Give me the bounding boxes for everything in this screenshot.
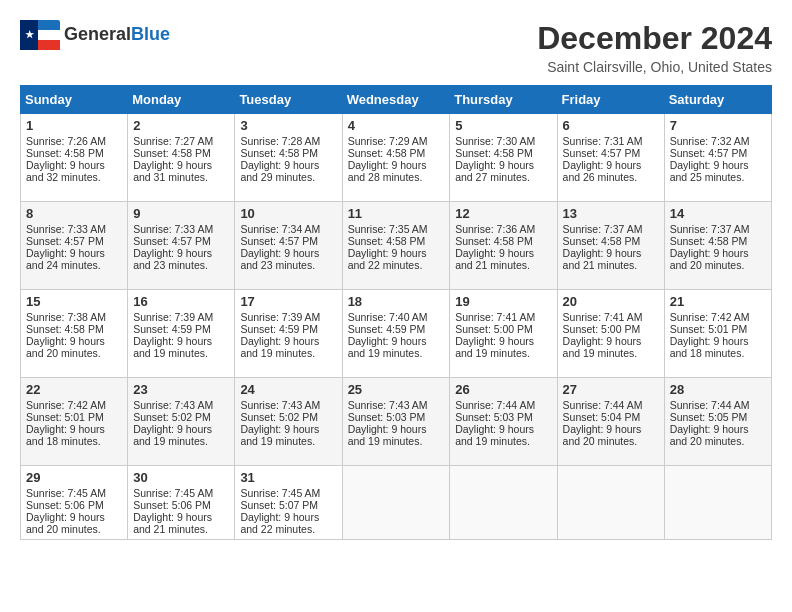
calendar-cell: 19Sunrise: 7:41 AMSunset: 5:00 PMDayligh… (450, 290, 557, 378)
sunset-text: Sunset: 5:03 PM (455, 411, 533, 423)
sunrise-text: Sunrise: 7:43 AM (133, 399, 213, 411)
day-number: 11 (348, 206, 445, 221)
sunset-text: Sunset: 5:06 PM (26, 499, 104, 511)
calendar-week-2: 8Sunrise: 7:33 AMSunset: 4:57 PMDaylight… (21, 202, 772, 290)
calendar-cell: 14Sunrise: 7:37 AMSunset: 4:58 PMDayligh… (664, 202, 771, 290)
sunrise-text: Sunrise: 7:34 AM (240, 223, 320, 235)
sunrise-text: Sunrise: 7:36 AM (455, 223, 535, 235)
sunset-text: Sunset: 5:02 PM (240, 411, 318, 423)
weekday-header-thursday: Thursday (450, 86, 557, 114)
calendar-body: 1Sunrise: 7:26 AMSunset: 4:58 PMDaylight… (21, 114, 772, 540)
sunset-text: Sunset: 4:58 PM (26, 323, 104, 335)
calendar-week-5: 29Sunrise: 7:45 AMSunset: 5:06 PMDayligh… (21, 466, 772, 540)
weekday-header-wednesday: Wednesday (342, 86, 450, 114)
logo-icon: ★ (20, 20, 60, 50)
calendar-cell: 3Sunrise: 7:28 AMSunset: 4:58 PMDaylight… (235, 114, 342, 202)
calendar-week-1: 1Sunrise: 7:26 AMSunset: 4:58 PMDaylight… (21, 114, 772, 202)
sunset-text: Sunset: 5:01 PM (670, 323, 748, 335)
sunset-text: Sunset: 4:58 PM (563, 235, 641, 247)
calendar-cell: 4Sunrise: 7:29 AMSunset: 4:58 PMDaylight… (342, 114, 450, 202)
daylight-text: Daylight: 9 hours and 22 minutes. (240, 511, 319, 535)
calendar-cell: 6Sunrise: 7:31 AMSunset: 4:57 PMDaylight… (557, 114, 664, 202)
day-number: 8 (26, 206, 122, 221)
day-number: 15 (26, 294, 122, 309)
sunset-text: Sunset: 5:00 PM (563, 323, 641, 335)
daylight-text: Daylight: 9 hours and 19 minutes. (133, 423, 212, 447)
calendar-cell: 18Sunrise: 7:40 AMSunset: 4:59 PMDayligh… (342, 290, 450, 378)
day-number: 29 (26, 470, 122, 485)
day-number: 31 (240, 470, 336, 485)
weekday-header-saturday: Saturday (664, 86, 771, 114)
sunrise-text: Sunrise: 7:45 AM (240, 487, 320, 499)
location: Saint Clairsville, Ohio, United States (537, 59, 772, 75)
daylight-text: Daylight: 9 hours and 18 minutes. (26, 423, 105, 447)
sunset-text: Sunset: 4:59 PM (240, 323, 318, 335)
weekday-header-monday: Monday (128, 86, 235, 114)
daylight-text: Daylight: 9 hours and 23 minutes. (133, 247, 212, 271)
daylight-text: Daylight: 9 hours and 19 minutes. (240, 335, 319, 359)
logo-general: General (64, 24, 131, 44)
daylight-text: Daylight: 9 hours and 21 minutes. (563, 247, 642, 271)
sunset-text: Sunset: 4:57 PM (670, 147, 748, 159)
daylight-text: Daylight: 9 hours and 23 minutes. (240, 247, 319, 271)
daylight-text: Daylight: 9 hours and 27 minutes. (455, 159, 534, 183)
calendar-cell: 15Sunrise: 7:38 AMSunset: 4:58 PMDayligh… (21, 290, 128, 378)
sunrise-text: Sunrise: 7:35 AM (348, 223, 428, 235)
daylight-text: Daylight: 9 hours and 21 minutes. (133, 511, 212, 535)
sunset-text: Sunset: 4:58 PM (26, 147, 104, 159)
sunrise-text: Sunrise: 7:30 AM (455, 135, 535, 147)
day-number: 21 (670, 294, 766, 309)
daylight-text: Daylight: 9 hours and 20 minutes. (670, 247, 749, 271)
weekday-header-tuesday: Tuesday (235, 86, 342, 114)
day-number: 25 (348, 382, 445, 397)
title-area: December 2024 Saint Clairsville, Ohio, U… (537, 20, 772, 75)
sunset-text: Sunset: 5:06 PM (133, 499, 211, 511)
sunrise-text: Sunrise: 7:44 AM (670, 399, 750, 411)
daylight-text: Daylight: 9 hours and 19 minutes. (133, 335, 212, 359)
sunset-text: Sunset: 4:57 PM (563, 147, 641, 159)
sunrise-text: Sunrise: 7:40 AM (348, 311, 428, 323)
calendar-cell: 21Sunrise: 7:42 AMSunset: 5:01 PMDayligh… (664, 290, 771, 378)
sunset-text: Sunset: 4:59 PM (133, 323, 211, 335)
calendar-cell: 2Sunrise: 7:27 AMSunset: 4:58 PMDaylight… (128, 114, 235, 202)
page-header: ★ GeneralBlue December 2024 Saint Clairs… (20, 20, 772, 75)
day-number: 1 (26, 118, 122, 133)
sunset-text: Sunset: 4:58 PM (455, 235, 533, 247)
sunrise-text: Sunrise: 7:39 AM (240, 311, 320, 323)
sunrise-text: Sunrise: 7:33 AM (133, 223, 213, 235)
day-number: 16 (133, 294, 229, 309)
sunset-text: Sunset: 5:05 PM (670, 411, 748, 423)
day-number: 9 (133, 206, 229, 221)
sunset-text: Sunset: 4:58 PM (240, 147, 318, 159)
daylight-text: Daylight: 9 hours and 32 minutes. (26, 159, 105, 183)
daylight-text: Daylight: 9 hours and 20 minutes. (26, 511, 105, 535)
sunset-text: Sunset: 4:58 PM (348, 147, 426, 159)
day-number: 26 (455, 382, 551, 397)
calendar-cell: 13Sunrise: 7:37 AMSunset: 4:58 PMDayligh… (557, 202, 664, 290)
sunrise-text: Sunrise: 7:41 AM (563, 311, 643, 323)
sunrise-text: Sunrise: 7:45 AM (133, 487, 213, 499)
logo: ★ GeneralBlue (20, 20, 170, 50)
day-number: 12 (455, 206, 551, 221)
calendar-cell: 1Sunrise: 7:26 AMSunset: 4:58 PMDaylight… (21, 114, 128, 202)
day-number: 6 (563, 118, 659, 133)
weekday-header-friday: Friday (557, 86, 664, 114)
daylight-text: Daylight: 9 hours and 19 minutes. (348, 335, 427, 359)
sunset-text: Sunset: 4:57 PM (26, 235, 104, 247)
daylight-text: Daylight: 9 hours and 31 minutes. (133, 159, 212, 183)
sunset-text: Sunset: 4:58 PM (348, 235, 426, 247)
calendar-cell (450, 466, 557, 540)
sunset-text: Sunset: 4:57 PM (240, 235, 318, 247)
daylight-text: Daylight: 9 hours and 19 minutes. (240, 423, 319, 447)
sunrise-text: Sunrise: 7:44 AM (455, 399, 535, 411)
weekday-header-row: SundayMondayTuesdayWednesdayThursdayFrid… (21, 86, 772, 114)
day-number: 13 (563, 206, 659, 221)
calendar-cell: 11Sunrise: 7:35 AMSunset: 4:58 PMDayligh… (342, 202, 450, 290)
day-number: 27 (563, 382, 659, 397)
sunset-text: Sunset: 4:58 PM (670, 235, 748, 247)
day-number: 19 (455, 294, 551, 309)
daylight-text: Daylight: 9 hours and 20 minutes. (563, 423, 642, 447)
sunrise-text: Sunrise: 7:37 AM (670, 223, 750, 235)
day-number: 22 (26, 382, 122, 397)
sunset-text: Sunset: 4:57 PM (133, 235, 211, 247)
